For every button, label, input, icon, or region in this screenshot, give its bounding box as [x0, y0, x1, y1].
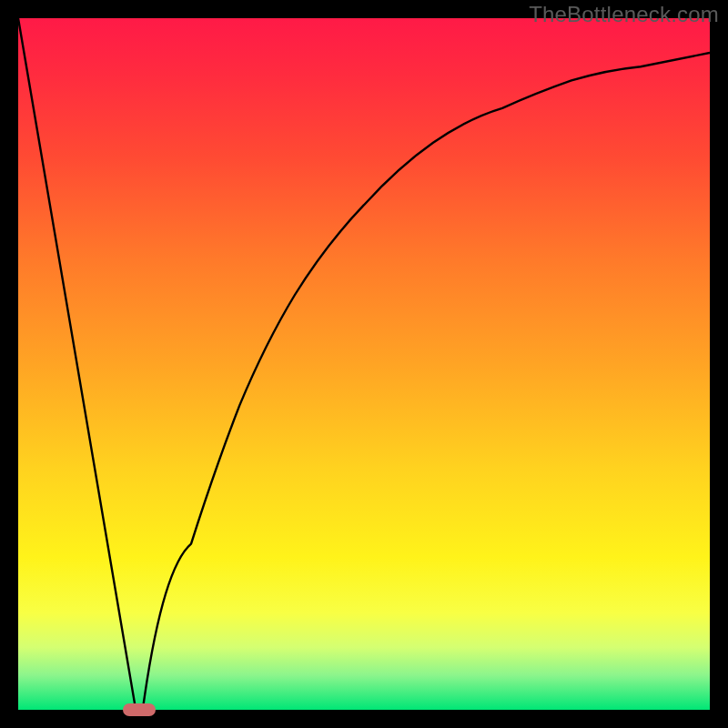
plot-area [18, 18, 710, 710]
chart-container: TheBottleneck.com [0, 0, 728, 728]
watermark-text: TheBottleneck.com [529, 2, 719, 27]
bottleneck-curve [18, 18, 710, 710]
optimal-point-marker [123, 703, 156, 716]
